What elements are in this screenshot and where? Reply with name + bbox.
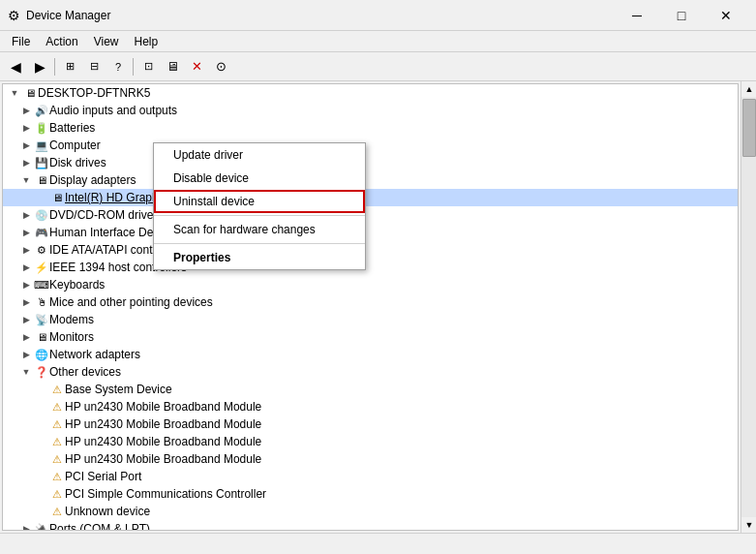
toolbar-properties[interactable]: ⊞ (58, 56, 81, 77)
basesystem-label: Base System Device (65, 383, 172, 396)
toolbar-remove[interactable]: ✕ (185, 56, 208, 77)
expand-audio[interactable]: ▶ (18, 103, 34, 118)
hpun2430a-icon: ⚠ (49, 399, 65, 415)
tree-item-displayadapters[interactable]: ▼ 🖥 Display adapters (3, 171, 738, 189)
tree-item-hid[interactable]: ▶ 🎮 Human Interface Devices (3, 224, 738, 241)
toolbar-back[interactable]: ◀ (4, 56, 27, 77)
hpun2430a-label: HP un2430 Mobile Broadband Module (65, 400, 261, 414)
toolbar-uninstall[interactable]: ⊟ (82, 56, 106, 77)
context-menu-uninstall-device[interactable]: Uninstall device (154, 190, 365, 213)
context-menu: Update driver Disable device Uninstall d… (153, 142, 366, 270)
hid-icon: 🎮 (34, 225, 49, 240)
menu-view[interactable]: View (86, 33, 127, 50)
dvdrom-icon: 💿 (34, 207, 49, 223)
scroll-down-button[interactable]: ▼ (741, 517, 756, 533)
tree-item-audio[interactable]: ▶ 🔊 Audio inputs and outputs (3, 102, 738, 119)
tree-item-hpun2430b[interactable]: ▶ ⚠ HP un2430 Mobile Broadband Module (3, 416, 738, 433)
tree-panel[interactable]: ▼ 🖥 DESKTOP-DFTNRK5 ▶ 🔊 Audio inputs and… (2, 83, 739, 531)
expand-monitors[interactable]: ▶ (18, 329, 34, 345)
hpun2430d-label: HP un2430 Mobile Broadband Module (65, 452, 261, 466)
expand-root[interactable]: ▼ (7, 85, 22, 101)
context-menu-disable-device[interactable]: Disable device (154, 167, 365, 190)
pciserial-icon: ⚠ (49, 469, 65, 484)
expand-batteries[interactable]: ▶ (18, 120, 34, 136)
toolbar-scan[interactable]: ⊡ (136, 56, 160, 77)
expand-computer[interactable]: ▶ (18, 138, 34, 153)
tree-item-dvdrom[interactable]: ▶ 💿 DVD/CD-ROM drives (3, 206, 738, 224)
audio-label: Audio inputs and outputs (49, 104, 177, 117)
basesystem-icon: ⚠ (49, 382, 65, 397)
otherdevices-label: Other devices (49, 365, 121, 379)
title-bar-controls: ─ □ ✕ (615, 2, 748, 29)
tree-item-intelgfx[interactable]: ▶ 🖥 Intel(R) HD Graphics 3000 (3, 189, 738, 206)
monitors-label: Monitors (49, 330, 94, 344)
toolbar-update[interactable]: ⊙ (209, 56, 232, 77)
hpun2430b-label: HP un2430 Mobile Broadband Module (65, 417, 261, 431)
tree-item-otherdevices[interactable]: ▼ ❓ Other devices (3, 363, 738, 381)
tree-item-network[interactable]: ▶ 🌐 Network adapters (3, 346, 738, 363)
modems-label: Modems (49, 313, 94, 326)
ieee1394-icon: ⚡ (34, 260, 49, 275)
dvdrom-label: DVD/CD-ROM drives (49, 208, 159, 222)
toolbar-sep2 (133, 58, 134, 76)
tree-item-hpun2430c[interactable]: ▶ ⚠ HP un2430 Mobile Broadband Module (3, 433, 738, 450)
otherdevices-icon: ❓ (34, 364, 49, 380)
tree-item-pciserial[interactable]: ▶ ⚠ PCI Serial Port (3, 468, 738, 485)
context-menu-scan-hardware[interactable]: Scan for hardware changes (154, 218, 365, 241)
expand-modems[interactable]: ▶ (18, 312, 34, 327)
tree-item-hpun2430a[interactable]: ▶ ⚠ HP un2430 Mobile Broadband Module (3, 398, 738, 416)
tree-item-keyboards[interactable]: ▶ ⌨ Keyboards (3, 276, 738, 293)
menu-help[interactable]: Help (127, 33, 166, 50)
tree-root[interactable]: ▼ 🖥 DESKTOP-DFTNRK5 (3, 84, 738, 102)
tree-item-pcisimple[interactable]: ▶ ⚠ PCI Simple Communications Controller (3, 485, 738, 503)
tree-item-batteries[interactable]: ▶ 🔋 Batteries (3, 119, 738, 137)
tree-item-diskdrives[interactable]: ▶ 💾 Disk drives (3, 154, 738, 171)
tree-item-ieee1394[interactable]: ▶ ⚡ IEEE 1394 host controllers (3, 259, 738, 276)
close-button[interactable]: ✕ (704, 2, 748, 29)
root-icon: 🖥 (22, 85, 38, 101)
status-bar (0, 533, 756, 554)
expand-diskdrives[interactable]: ▶ (18, 155, 34, 170)
expand-displayadapters[interactable]: ▼ (18, 172, 34, 188)
expand-mice[interactable]: ▶ (18, 294, 34, 310)
displayadapters-icon: 🖥 (34, 172, 49, 188)
intelgfx-icon: 🖥 (49, 190, 65, 205)
tree-item-monitors[interactable]: ▶ 🖥 Monitors (3, 328, 738, 346)
expand-ports[interactable]: ▶ (18, 521, 34, 531)
minimize-button[interactable]: ─ (615, 2, 659, 29)
tree-item-mice[interactable]: ▶ 🖱 Mice and other pointing devices (3, 293, 738, 311)
toolbar-forward[interactable]: ▶ (28, 56, 51, 77)
toolbar-monitor[interactable]: 🖥 (161, 56, 184, 77)
expand-keyboards[interactable]: ▶ (18, 277, 34, 292)
tree-item-ideata[interactable]: ▶ ⚙ IDE ATA/ATAPI controllers (3, 241, 738, 259)
displayadapters-label: Display adapters (49, 173, 136, 187)
diskdrives-icon: 💾 (34, 155, 49, 170)
context-menu-properties[interactable]: Properties (154, 246, 365, 269)
context-menu-update-driver[interactable]: Update driver (154, 143, 365, 167)
expand-dvdrom[interactable]: ▶ (18, 207, 34, 223)
maximize-button[interactable]: □ (659, 2, 704, 29)
menu-file[interactable]: File (4, 33, 38, 50)
expand-ideata[interactable]: ▶ (18, 242, 34, 258)
batteries-label: Batteries (49, 121, 95, 135)
pcisimple-label: PCI Simple Communications Controller (65, 487, 266, 501)
expand-hid[interactable]: ▶ (18, 225, 34, 240)
pcisimple-icon: ⚠ (49, 486, 65, 502)
pciserial-label: PCI Serial Port (65, 470, 141, 483)
hpun2430b-icon: ⚠ (49, 416, 65, 432)
scroll-up-button[interactable]: ▲ (741, 81, 756, 97)
tree-item-ports[interactable]: ▶ 🔌 Ports (COM & LPT) (3, 520, 738, 531)
tree-item-hpun2430d[interactable]: ▶ ⚠ HP un2430 Mobile Broadband Module (3, 450, 738, 468)
expand-network[interactable]: ▶ (18, 347, 34, 362)
context-menu-separator (154, 215, 365, 216)
context-menu-separator2 (154, 243, 365, 244)
scrollbar-thumb[interactable] (742, 99, 756, 157)
expand-otherdevices[interactable]: ▼ (18, 364, 34, 380)
tree-item-modems[interactable]: ▶ 📡 Modems (3, 311, 738, 328)
tree-item-unknown[interactable]: ▶ ⚠ Unknown device (3, 503, 738, 520)
tree-item-basesystem[interactable]: ▶ ⚠ Base System Device (3, 381, 738, 398)
menu-action[interactable]: Action (38, 33, 85, 50)
toolbar-help[interactable]: ? (106, 56, 130, 77)
expand-ieee1394[interactable]: ▶ (18, 260, 34, 275)
tree-item-computer[interactable]: ▶ 💻 Computer (3, 137, 738, 154)
